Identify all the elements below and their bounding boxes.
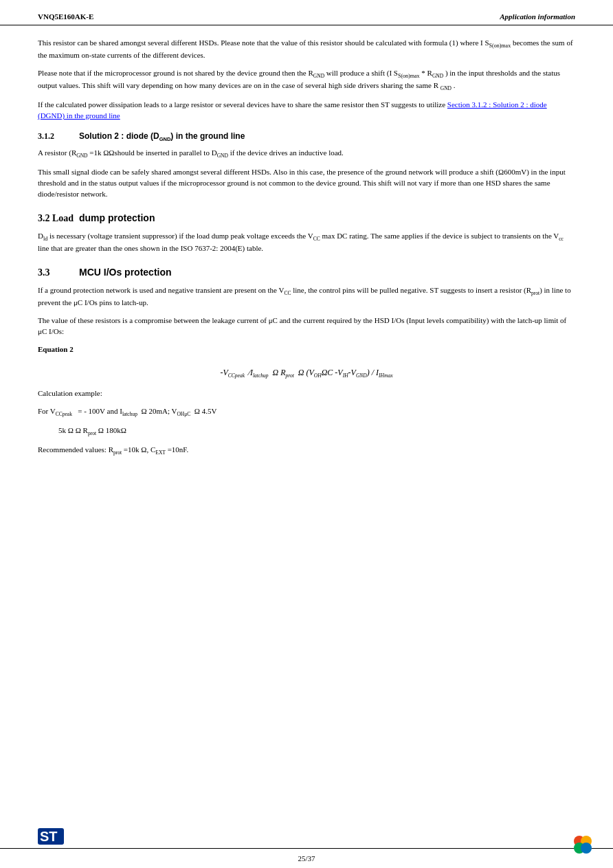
section-33-title: MCU I/Os protection [79, 267, 172, 278]
section-33-heading: 3.3 MCU I/Os protection [38, 267, 575, 278]
svg-point-5 [581, 843, 592, 854]
page-footer: 25/37 [0, 848, 613, 868]
calc-line-2: 5k Ω Ω Rprot Ω 180kΩ [58, 425, 575, 438]
document-id: VNQ5E160AK-E [38, 12, 93, 21]
page: VNQ5E160AK-E Application information Thi… [0, 0, 613, 868]
section-32-title: dump protection [79, 212, 155, 223]
equation-2-formula: -VCCpeak ⁄Ilatchup Ω Rprot Ω (VOHΩC -VIH… [38, 368, 575, 379]
svg-text:ST: ST [40, 829, 58, 844]
sec33-para2: The value of these resistors is a compro… [38, 315, 575, 337]
sec312-para2: This small signal diode can be safely sh… [38, 167, 575, 200]
intro-para-2: Please note that if the microprocessor g… [38, 68, 575, 93]
intro-para-3: If the calculated power dissipation lead… [38, 100, 575, 122]
section-312-heading: 3.1.2 Solution 2 : diode (DGND) in the g… [38, 131, 575, 142]
equation-2-label: Equation 2 [38, 344, 575, 355]
st-logo: ST [38, 825, 65, 847]
section-32-number: 3.2 Load [38, 213, 79, 224]
section-32-heading: 3.2 Load dump protection [38, 212, 575, 224]
section-33-number: 3.3 [38, 267, 79, 278]
sec33-para1: If a ground protection network is used a… [38, 285, 575, 309]
page-number: 25/37 [38, 854, 575, 863]
recommended-values: Recommended values: Rprot =10k Ω, CEXT =… [38, 445, 575, 457]
page-header: VNQ5E160AK-E Application information [0, 0, 613, 25]
sec32-para: Dld is necessary (voltage transient supp… [38, 231, 575, 254]
calc-line-1: For VCCpeak = - 100V and Ilatchup Ω 20mA… [38, 406, 575, 419]
sec312-para1: A resistor (RGND =1k ΩΩshould be inserte… [38, 148, 575, 160]
calc-example-label: Calculation example: [38, 388, 575, 399]
intro-para-1: This resistor can be shared amongst seve… [38, 38, 575, 61]
corner-logo [573, 835, 592, 854]
section-312-number: 3.1.2 [38, 131, 79, 142]
page-content: This resistor can be shared amongst seve… [0, 25, 613, 478]
section-312-title: Solution 2 : diode (DGND) in the ground … [79, 131, 245, 142]
section-label: Application information [500, 12, 575, 21]
